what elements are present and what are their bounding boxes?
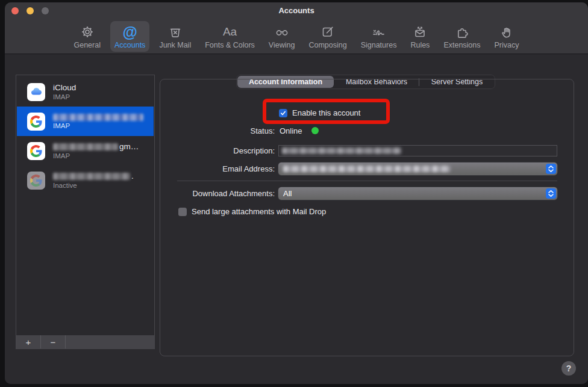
account-row-icloud[interactable]: iCloud IMAP [17, 77, 154, 107]
account-name-suffix: . [131, 172, 134, 181]
account-protocol: IMAP [53, 152, 139, 159]
toolbar-item-general[interactable]: General [69, 21, 104, 52]
account-row-inactive[interactable]: . Inactive [17, 166, 154, 195]
gmail-icon [27, 142, 45, 160]
account-list-footer: + − [16, 335, 154, 348]
redacted-account-name [53, 114, 143, 121]
remove-account-button[interactable]: − [41, 335, 66, 348]
gmail-icon [27, 113, 45, 131]
account-row-gmail-selected[interactable]: IMAP [17, 107, 154, 136]
account-protocol: IMAP [53, 122, 143, 129]
account-row-gmail-2[interactable]: gm… IMAP [17, 136, 154, 166]
status-value: Online [280, 126, 302, 135]
toolbar-item-extensions[interactable]: Extensions [439, 21, 484, 52]
toolbar-label: Fonts & Colors [205, 42, 255, 49]
online-status-dot [311, 127, 319, 134]
window-title: Accounts [5, 6, 588, 15]
puzzle-icon [455, 23, 469, 41]
email-address-popup[interactable] [278, 163, 557, 175]
toolbar-item-fonts-colors[interactable]: Aa Fonts & Colors [201, 21, 259, 52]
glasses-icon [274, 23, 290, 41]
toolbar-label: Rules [410, 42, 430, 49]
toolbar-label: Privacy [495, 42, 519, 49]
redacted-email-value [283, 166, 451, 172]
enable-account-label: Enable this account [292, 108, 360, 117]
email-address-label: Email Address: [160, 164, 275, 173]
fonts-icon: Aa [223, 23, 237, 41]
gmail-inactive-icon [27, 172, 45, 190]
toolbar-item-junk-mail[interactable]: Junk Mail [155, 21, 195, 52]
toolbar-item-viewing[interactable]: Viewing [264, 21, 299, 52]
redacted-account-name [53, 173, 130, 180]
signature-icon [371, 23, 387, 41]
trash-icon [168, 23, 183, 41]
toolbar-item-signatures[interactable]: Signatures [357, 21, 401, 52]
checkmark-icon [280, 110, 286, 116]
titlebar: Accounts [5, 2, 588, 19]
at-icon: @ [122, 23, 137, 41]
mail-drop-checkbox[interactable] [178, 208, 187, 216]
compose-icon [321, 23, 335, 41]
toolbar-label: Junk Mail [159, 42, 191, 49]
toolbar-label: Viewing [269, 42, 295, 49]
toolbar-label: General [74, 42, 100, 49]
icloud-icon [27, 83, 45, 101]
section-divider [177, 181, 557, 181]
toolbar-item-privacy[interactable]: Privacy [490, 21, 524, 52]
status-label: Status: [160, 126, 275, 135]
account-status: Inactive [53, 182, 134, 189]
account-information-panel: Enable this account Status: Online Descr… [160, 79, 574, 356]
popup-stepper-icon [546, 164, 556, 174]
toolbar-label: Extensions [443, 42, 480, 49]
toolbar-item-rules[interactable]: Rules [406, 21, 434, 52]
account-name-suffix: gm… [119, 143, 139, 151]
mail-drop-label: Send large attachments with Mail Drop [192, 207, 326, 216]
description-input[interactable] [278, 145, 557, 156]
redacted-description-value [282, 147, 401, 154]
toolbar-item-composing[interactable]: Composing [304, 21, 351, 52]
toolbar-item-accounts[interactable]: @ Accounts [110, 21, 149, 52]
hand-icon [499, 23, 514, 41]
redacted-account-name [53, 143, 118, 150]
account-protocol: IMAP [53, 93, 76, 101]
account-name: iCloud [53, 84, 76, 92]
mail-preferences-window: Accounts General @ Accounts [5, 2, 588, 384]
popup-stepper-icon [546, 188, 556, 199]
envelope-rules-icon [413, 23, 427, 41]
preferences-toolbar: General @ Accounts Junk Mail Aa Fonts & … [5, 19, 588, 54]
help-button[interactable]: ? [561, 361, 576, 376]
preferences-content: iCloud IMAP IMAP [5, 54, 588, 384]
account-list: iCloud IMAP IMAP [16, 75, 155, 349]
gear-icon [80, 23, 95, 41]
toolbar-label: Accounts [114, 42, 145, 49]
toolbar-label: Signatures [361, 42, 397, 49]
toolbar-label: Composing [308, 42, 346, 49]
download-attachments-value: All [283, 189, 292, 198]
download-attachments-label: Download Attachments: [160, 189, 275, 198]
enable-account-checkbox[interactable] [279, 109, 287, 117]
description-label: Description: [160, 146, 275, 155]
add-account-button[interactable]: + [16, 335, 41, 348]
download-attachments-popup[interactable]: All [278, 187, 557, 200]
